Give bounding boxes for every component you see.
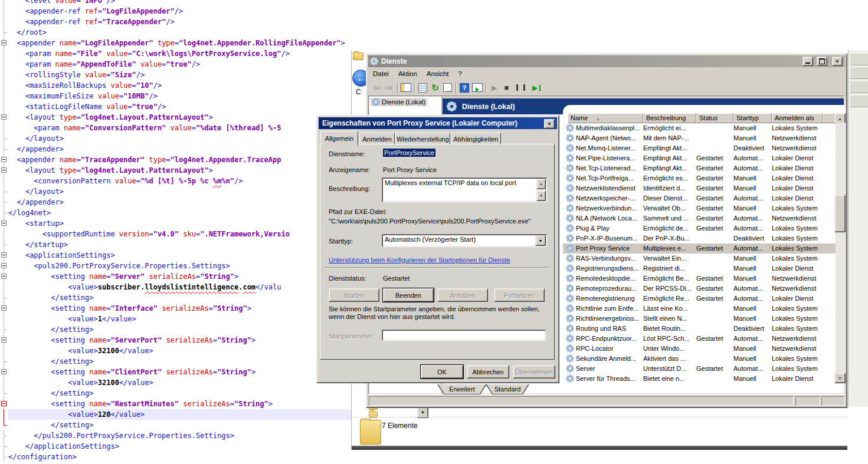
code-line[interactable]: <value>subscriber.lloydslistintelligence…	[0, 282, 352, 292]
code-line[interactable]: </appender>	[0, 144, 352, 154]
code-line[interactable]: <appender-ref ref="TraceAppender"/>	[0, 17, 352, 27]
fold-margin[interactable]	[0, 399, 8, 409]
fold-collapse-icon[interactable]	[1, 337, 6, 343]
service-row[interactable]: Net.Pipe-Listenera...Empfängt Akt...Gest…	[563, 153, 836, 163]
tab-erweitert[interactable]: Erweitert	[437, 384, 487, 394]
code-line[interactable]: </layout>	[0, 133, 352, 144]
code-line[interactable]: <param name="AppendToFile" value="true"/…	[0, 59, 352, 70]
service-row[interactable]: Net.Tcp-Portfreiga...Ermöglicht es...Ges…	[563, 173, 836, 183]
scroll-down-icon[interactable]: ▼	[834, 373, 846, 383]
fold-collapse-icon[interactable]	[1, 252, 6, 258]
code-line[interactable]: <layout type="log4net.Layout.PatternLayo…	[0, 112, 352, 123]
service-row[interactable]: RPC-Endpunktzuor...Löst RPC-Sch...Gestar…	[563, 334, 836, 344]
starttyp-combobox[interactable]: Automatisch (Verzögerter Start) ▼	[382, 234, 547, 247]
fold-collapse-icon[interactable]	[1, 305, 6, 311]
fold-margin[interactable]	[0, 70, 8, 80]
fold-margin[interactable]	[0, 197, 8, 208]
restart-service-icon[interactable]	[529, 82, 541, 94]
fold-margin[interactable]	[0, 420, 8, 430]
column-header-name[interactable]: Name	[568, 113, 643, 123]
fold-margin[interactable]	[0, 356, 8, 367]
abbrechen-button[interactable]: Abbrechen	[467, 365, 509, 379]
stop-service-icon[interactable]	[500, 82, 513, 94]
code-line[interactable]: <layout type="log4net.Layout.PatternLayo…	[0, 165, 352, 176]
code-line[interactable]: </root>	[0, 27, 352, 38]
column-header-status[interactable]: Status	[696, 113, 733, 123]
code-line[interactable]: <maxSizeRollBackups value="10"/>	[0, 80, 352, 91]
code-line[interactable]: <rollingStyle value="Size"/>	[0, 70, 352, 80]
service-row[interactable]: Multimediaklassenpl...Ermöglicht ei...Ma…	[563, 123, 836, 133]
service-row[interactable]: NetzwerklistendienstIdentifiziert d...Ge…	[563, 183, 836, 193]
fold-margin[interactable]	[0, 345, 8, 356]
fold-margin[interactable]	[0, 112, 8, 123]
code-line[interactable]: <startup>	[0, 218, 352, 229]
code-line[interactable]: <conversionPattern value="%d [%t] %-5p %…	[0, 176, 352, 186]
fold-margin[interactable]	[0, 335, 8, 345]
service-row[interactable]: Net.Tcp-Listenerad...Empfängt Akt...Gest…	[563, 163, 836, 173]
fold-margin[interactable]	[0, 91, 8, 101]
code-line[interactable]: <applicationSettings>	[0, 250, 352, 261]
forward-icon[interactable]	[383, 82, 395, 94]
services-list[interactable]: Multimediaklassenpl...Ermöglicht ei...Ma…	[563, 123, 836, 383]
tab-standard[interactable]: Standard	[486, 384, 529, 394]
code-line[interactable]: </configuration>	[0, 452, 352, 462]
fortsetzen-button[interactable]: Fortsetzen	[494, 288, 545, 302]
beenden-button[interactable]: Beenden	[383, 288, 434, 302]
service-row[interactable]: NAP-Agent (Netwo...Mit dem NAP-...Manuel…	[563, 133, 836, 143]
code-line[interactable]: <setting name="ClientPort" serializeAs="…	[0, 367, 352, 377]
fold-margin[interactable]	[0, 430, 8, 441]
service-row[interactable]: Server für Threads...Bietet eine n...Man…	[563, 374, 836, 383]
code-line[interactable]: <setting name="Interface" serializeAs="S…	[0, 303, 352, 314]
fold-margin[interactable]	[0, 452, 8, 462]
fold-margin[interactable]	[0, 282, 8, 292]
services-titlebar[interactable]: Dienste ×	[368, 55, 845, 67]
fold-margin[interactable]	[0, 144, 8, 154]
code-line[interactable]: <value>32100</value>	[0, 377, 352, 388]
uebernehmen-button[interactable]: Übernehmen	[513, 365, 555, 379]
service-row[interactable]: Plug & PlayErmöglicht de...GestartetAuto…	[563, 223, 836, 233]
scroll-down-icon[interactable]: ▼	[536, 190, 546, 201]
code-line[interactable]: <appender name="LogFileAppender" type="l…	[0, 38, 352, 48]
taskpad-icon[interactable]	[472, 83, 483, 92]
fold-collapse-icon[interactable]	[1, 274, 6, 279]
anhalten-button[interactable]: Anhalten	[437, 288, 488, 302]
fold-margin[interactable]	[0, 0, 8, 6]
code-line[interactable]: <appender-ref ref="LogFileAppender"/>	[0, 6, 352, 17]
starten-button[interactable]: Starten	[329, 288, 379, 302]
tab-wiederherstellung[interactable]: Wiederherstellung	[395, 133, 450, 145]
fold-margin[interactable]	[0, 218, 8, 229]
service-row[interactable]: Netzwerkverbindun...Verwaltet Ob...Gesta…	[563, 203, 836, 213]
fold-margin[interactable]	[0, 239, 8, 250]
fold-collapse-icon[interactable]	[1, 167, 6, 173]
code-line[interactable]: </applicationSettings>	[0, 441, 352, 452]
tab-allgemein[interactable]: Allgemein	[320, 131, 358, 146]
fold-margin[interactable]	[0, 409, 8, 420]
pause-service-icon[interactable]	[516, 84, 525, 91]
service-row[interactable]: Richtlinienergebniss...Stellt einen N...…	[563, 314, 836, 324]
maximize-button[interactable]	[817, 57, 827, 66]
code-line[interactable]: <puls200.PortProxyService.Properties.Set…	[0, 261, 352, 271]
show-tree-icon[interactable]	[401, 83, 411, 92]
service-row[interactable]: Registrierungsdiens...Registriert di...M…	[563, 264, 836, 274]
refresh-icon[interactable]	[429, 82, 441, 94]
service-row[interactable]: Sekundäre Anmeld...Aktiviert das ...Manu…	[563, 354, 836, 364]
service-row[interactable]: Net.Msmq-Listener...Empfängt Akt...Deakt…	[563, 143, 836, 153]
fold-margin[interactable]	[0, 133, 8, 144]
fold-margin[interactable]	[0, 101, 8, 112]
startoptionen-link[interactable]: Unterstützung beim Konfigurieren der Sta…	[329, 256, 510, 264]
service-row[interactable]: Richtlinie zum Entfe...Lässt eine Ko...M…	[563, 304, 836, 314]
fold-collapse-icon[interactable]	[1, 40, 6, 45]
fold-margin[interactable]	[0, 154, 8, 165]
service-row[interactable]: ServerUnterstützt D...GestartetAutomat..…	[563, 364, 836, 374]
code-line[interactable]: </setting>	[0, 388, 352, 399]
code-line[interactable]: </appender>	[0, 197, 352, 208]
code-line[interactable]: <supportedRuntime version="v4.0" sku=".N…	[0, 229, 352, 239]
export-list-icon[interactable]	[443, 83, 452, 92]
properties-icon[interactable]	[418, 83, 427, 93]
fold-margin[interactable]	[0, 208, 8, 218]
code-line[interactable]: </setting>	[0, 420, 352, 430]
service-row[interactable]: Port Proxy ServiceMultiplexes e...Gestar…	[563, 243, 836, 254]
startparameter-input[interactable]	[382, 330, 546, 341]
fold-margin[interactable]	[0, 261, 8, 271]
service-row[interactable]: Remoteprozedurau...Der RPCSS-Di...Gestar…	[563, 284, 836, 294]
